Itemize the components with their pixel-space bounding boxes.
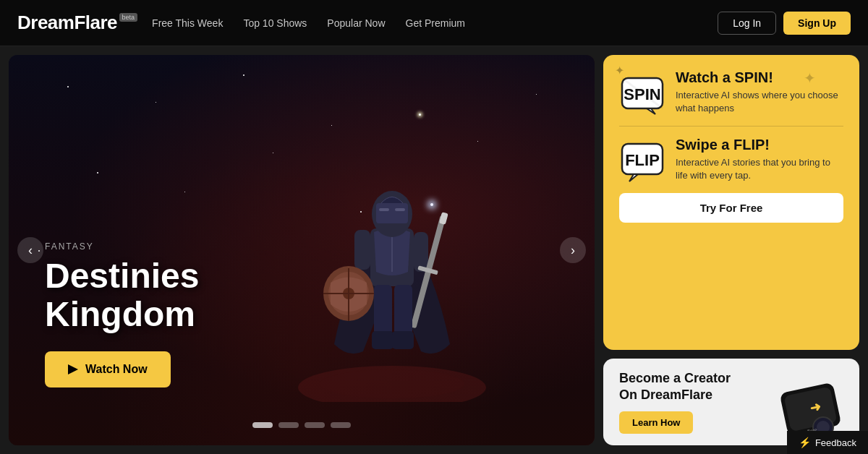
spin-flip-divider xyxy=(619,126,843,127)
promo-stars-right: ✦ xyxy=(804,69,816,87)
nav-link-popular-now[interactable]: Popular Now xyxy=(327,17,385,29)
nav-link-free-this-week[interactable]: Free This Week xyxy=(152,17,223,29)
flip-title: Swipe a FLIP! xyxy=(676,137,843,153)
nav-links: Free This Week Top 10 Shows Popular Now … xyxy=(152,17,694,29)
svg-text:FLIP: FLIP xyxy=(625,151,660,169)
svg-rect-17 xyxy=(439,212,448,225)
creator-title-line2: On DreamFlare xyxy=(619,387,712,402)
flip-badge-icon: FLIP xyxy=(619,137,665,183)
carousel-next-button[interactable]: › xyxy=(560,237,586,263)
watch-now-label: Watch Now xyxy=(85,363,148,376)
navbar: DreamFlare beta Free This Week Top 10 Sh… xyxy=(0,0,868,46)
feedback-label: Feedback xyxy=(815,437,856,448)
hero-content: FANTASY Destinies Kingdom Watch Now xyxy=(45,241,199,387)
svg-rect-18 xyxy=(374,285,392,335)
flip-text: Swipe a FLIP! Interactive AI stories tha… xyxy=(676,137,843,182)
feedback-icon: ⚡ xyxy=(799,437,811,448)
knight-figure xyxy=(291,127,493,402)
carousel-dot-3[interactable] xyxy=(305,422,325,428)
nav-actions: Log In Sign Up xyxy=(718,12,851,35)
nav-link-top-10-shows[interactable]: Top 10 Shows xyxy=(243,17,307,29)
promo-card: ✦ ✦ SPIN Watch a SPIN! Interactive AI sh… xyxy=(603,55,859,350)
promo-stars-left: ✦ xyxy=(615,64,624,77)
play-icon xyxy=(68,364,78,374)
try-free-button[interactable]: Try For Free xyxy=(619,193,843,223)
flip-desc: Interactive AI stories that you bring to… xyxy=(676,156,843,182)
spin-title: Watch a SPIN! xyxy=(676,69,843,86)
nav-link-get-premium[interactable]: Get Premium xyxy=(406,17,465,29)
hero-title-line2: Kingdom xyxy=(45,295,195,333)
svg-point-1 xyxy=(320,369,464,398)
logo-area: DreamFlare beta xyxy=(17,12,117,34)
hero-title-line1: Destinies xyxy=(45,257,199,295)
svg-rect-5 xyxy=(376,203,408,223)
logo-flare: Flare xyxy=(74,12,117,33)
creator-title-line1: Become a Creator xyxy=(619,371,731,385)
spin-badge-icon: SPIN xyxy=(619,69,665,116)
carousel-dot-4[interactable] xyxy=(331,422,351,428)
svg-rect-20 xyxy=(372,331,393,349)
svg-rect-8 xyxy=(354,230,370,270)
feedback-bar[interactable]: ⚡ Feedback xyxy=(787,431,868,454)
hero-carousel: FANTASY Destinies Kingdom Watch Now ‹ › xyxy=(9,55,595,445)
watch-now-button[interactable]: Watch Now xyxy=(45,351,171,387)
signup-button[interactable]: Sign Up xyxy=(783,12,851,35)
learn-how-button[interactable]: Learn How xyxy=(619,411,693,434)
hero-title: Destinies Kingdom xyxy=(45,257,199,334)
login-button[interactable]: Log In xyxy=(718,12,776,35)
svg-rect-21 xyxy=(392,331,414,349)
svg-rect-14 xyxy=(414,232,428,272)
svg-rect-6 xyxy=(379,208,389,211)
carousel-prev-button[interactable]: ‹ xyxy=(17,237,43,263)
logo[interactable]: DreamFlare xyxy=(17,12,117,34)
carousel-dot-2[interactable] xyxy=(278,422,299,428)
right-panel: ✦ ✦ SPIN Watch a SPIN! Interactive AI sh… xyxy=(595,46,868,454)
logo-dream: Dream xyxy=(17,12,74,33)
svg-rect-7 xyxy=(395,208,405,211)
svg-rect-19 xyxy=(394,285,412,335)
content-area: FANTASY Destinies Kingdom Watch Now ‹ › … xyxy=(0,46,868,454)
flip-row: FLIP Swipe a FLIP! Interactive AI storie… xyxy=(619,137,843,183)
carousel-dot-1[interactable] xyxy=(252,422,273,428)
carousel-dots xyxy=(252,422,351,428)
spin-text: Watch a SPIN! Interactive AI shows where… xyxy=(676,69,843,115)
genre-tag: FANTASY xyxy=(45,241,199,252)
spin-desc: Interactive AI shows where you choose wh… xyxy=(676,89,843,115)
beta-badge: beta xyxy=(119,13,138,22)
